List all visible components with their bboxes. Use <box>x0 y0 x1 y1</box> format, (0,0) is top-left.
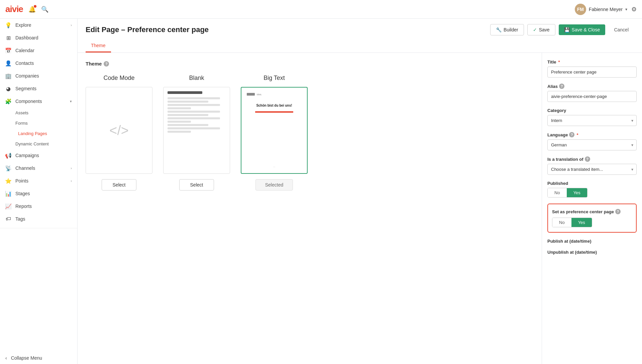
user-menu[interactable]: FM Fabienne Meyer ▾ <box>575 4 627 15</box>
sidebar-item-label: Stages <box>15 191 72 196</box>
bigtext-preview-content: idea. Schön bist du bei uns! — <box>241 88 307 173</box>
sidebar-item-segments[interactable]: ◕ Segments <box>0 82 77 95</box>
title-input[interactable] <box>547 67 637 78</box>
pref-center-toggle: No Yes <box>552 218 592 227</box>
search-icon[interactable]: 🔍 <box>41 6 48 13</box>
pref-center-label: Set as preference center page ? <box>552 209 632 214</box>
avatar: FM <box>575 4 586 15</box>
selected-big-text-button[interactable]: Selected <box>255 179 293 191</box>
sidebar-item-label: Channels <box>15 165 67 171</box>
pref-center-info-icon[interactable]: ? <box>615 209 621 214</box>
sidebar-item-label: Explore <box>15 22 67 28</box>
blank-line <box>168 107 191 109</box>
field-title: Title * <box>547 59 637 78</box>
cancel-button[interactable]: Cancel <box>609 24 634 35</box>
sidebar-item-components[interactable]: 🧩 Components ▾ <box>0 95 77 108</box>
blank-line <box>168 117 220 119</box>
is-translation-info-icon[interactable]: ? <box>585 156 590 162</box>
points-icon: ⭐ <box>5 178 11 184</box>
settings-icon[interactable]: ⚙ <box>631 6 637 13</box>
sidebar-item-tags[interactable]: 🏷 Tags <box>0 213 77 225</box>
topbar: aivie 🔔 🔍 FM Fabienne Meyer ▾ ⚙ <box>0 0 642 19</box>
language-info-icon[interactable]: ? <box>569 132 574 137</box>
blank-line <box>168 111 220 113</box>
builder-button[interactable]: 🔧 Builder <box>490 24 524 35</box>
alias-info-icon[interactable]: ? <box>559 84 564 89</box>
dashboard-icon: ⊞ <box>5 35 11 41</box>
sidebar-item-points[interactable]: ⭐ Points › <box>0 174 77 187</box>
published-toggle: No Yes <box>547 188 587 198</box>
segments-icon: ◕ <box>5 86 11 92</box>
blank-line <box>168 101 208 103</box>
sidebar-item-landing-pages[interactable]: Landing Pages <box>15 128 77 139</box>
bigtext-footer: — <box>273 159 275 168</box>
contacts-icon: 👤 <box>5 60 11 66</box>
explore-icon: 💡 <box>5 22 11 28</box>
logo: aivie <box>5 4 23 14</box>
theme-preview-code-mode: </> <box>86 87 152 174</box>
theme-card-code-mode[interactable]: Code Mode </> Select <box>86 75 152 191</box>
tab-theme[interactable]: Theme <box>86 39 111 52</box>
sidebar-item-label: Components <box>15 99 66 104</box>
components-arrow-icon: ▾ <box>70 99 72 104</box>
sidebar-item-stages[interactable]: 📊 Stages <box>0 187 77 200</box>
topbar-right: FM Fabienne Meyer ▾ ⚙ <box>575 4 637 15</box>
collapse-menu-button[interactable]: ‹ Collapse Menu <box>0 352 77 364</box>
sidebar-item-reports[interactable]: 📈 Reports <box>0 200 77 213</box>
category-select-wrapper: Intern Extern <box>547 115 637 126</box>
blank-line <box>168 104 220 106</box>
sidebar-item-label: Campaigns <box>15 153 72 158</box>
save-button[interactable]: ✓ Save <box>527 24 555 35</box>
bigtext-heading: Schön bist du bei uns! <box>247 104 302 107</box>
sidebar-item-dashboard[interactable]: ⊞ Dashboard <box>0 31 77 44</box>
page-header-top: Edit Page – Preference center page 🔧 Bui… <box>86 24 634 35</box>
language-select[interactable]: German English French <box>547 139 637 150</box>
field-is-translation: Is a translation of ? Choose a translate… <box>547 156 637 175</box>
is-translation-select[interactable]: Choose a translated item... <box>547 164 637 175</box>
theme-preview-blank <box>163 87 230 174</box>
theme-card-big-text[interactable]: Big Text idea. Schön bist du bei uns! <box>241 75 308 191</box>
bigtext-red-bar <box>255 111 294 113</box>
section-title: Theme ? <box>86 61 534 67</box>
theme-info-icon[interactable]: ? <box>104 61 109 67</box>
page-title: Edit Page – Preference center page <box>86 25 490 34</box>
save-close-button[interactable]: 💾 Save & Close <box>559 24 606 35</box>
blank-line <box>168 124 208 126</box>
sidebar-item-dynamic-content[interactable]: Dynamic Content <box>15 139 77 149</box>
content-area: Edit Page – Preference center page 🔧 Bui… <box>78 19 642 364</box>
sidebar-item-contacts[interactable]: 👤 Contacts <box>0 57 77 70</box>
sidebar-item-explore[interactable]: 💡 Explore › <box>0 19 77 31</box>
sidebar-item-forms[interactable]: Forms <box>15 118 77 128</box>
select-code-mode-button[interactable]: Select <box>102 179 137 191</box>
sidebar-item-label: Reports <box>15 204 72 209</box>
blank-line <box>168 114 208 116</box>
category-select[interactable]: Intern Extern <box>547 115 637 126</box>
pref-center-no-button[interactable]: No <box>552 218 571 227</box>
stages-icon: 📊 <box>5 191 11 197</box>
field-language: Language ? * German English French <box>547 132 637 150</box>
sidebar-item-label: Points <box>15 178 67 184</box>
sidebar-item-assets[interactable]: Assets <box>15 108 77 118</box>
publish-at-field-label: Publish at (date/time) <box>547 239 637 244</box>
sidebar-item-companies[interactable]: 🏢 Companies <box>0 70 77 82</box>
sidebar-item-calendar[interactable]: 📅 Calendar <box>0 44 77 57</box>
pref-center-yes-button[interactable]: Yes <box>571 218 592 227</box>
code-mode-symbol: </> <box>109 123 129 138</box>
published-field-label: Published <box>547 181 637 186</box>
bigtext-logo <box>247 93 255 96</box>
alias-input[interactable] <box>547 91 637 102</box>
published-yes-button[interactable]: Yes <box>567 188 587 197</box>
points-arrow-icon: › <box>71 179 72 183</box>
blank-line <box>168 121 191 123</box>
notifications-icon[interactable]: 🔔 <box>28 6 36 13</box>
published-no-button[interactable]: No <box>548 188 567 197</box>
user-caret-icon: ▾ <box>625 7 627 12</box>
theme-name-big-text: Big Text <box>263 75 285 82</box>
sidebar-item-channels[interactable]: 📡 Channels › <box>0 162 77 174</box>
field-category: Category Intern Extern <box>547 108 637 126</box>
sidebar-item-campaigns[interactable]: 📢 Campaigns <box>0 149 77 162</box>
theme-card-blank[interactable]: Blank <box>163 75 230 191</box>
select-blank-button[interactable]: Select <box>179 179 214 191</box>
bigtext-tagline: idea. <box>257 93 262 96</box>
field-unpublish-at: Unpublish at (date/time) <box>547 250 637 255</box>
